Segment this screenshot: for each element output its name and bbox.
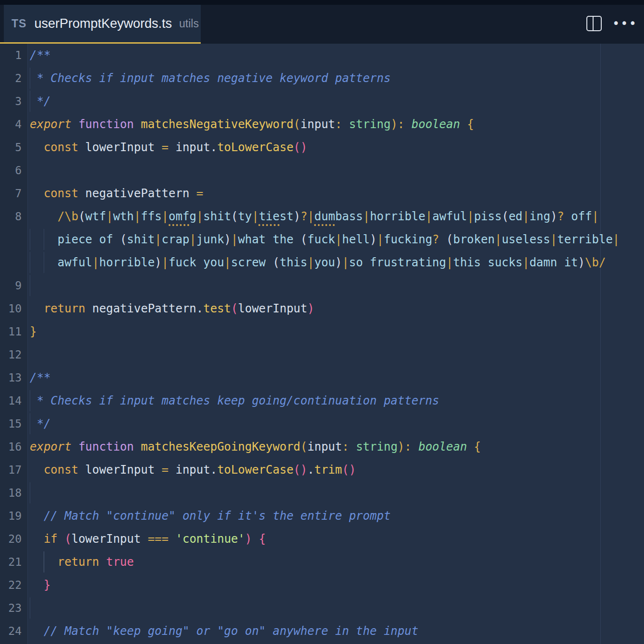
- line-number[interactable]: 22: [0, 573, 22, 596]
- code-line[interactable]: 7 const negativePattern =: [0, 182, 644, 205]
- code-token: |: [613, 233, 620, 246]
- code-token: ed: [509, 210, 522, 223]
- code-line[interactable]: 9: [0, 274, 644, 297]
- line-number[interactable]: 1: [0, 44, 22, 67]
- code-token: [30, 256, 58, 269]
- code-token: [58, 532, 64, 546]
- code-token: ): [398, 440, 404, 453]
- code-token: function: [78, 440, 134, 453]
- code-line[interactable]: 19 // Match "continue" only if it's the …: [0, 504, 644, 527]
- line-number[interactable]: 4: [0, 113, 22, 136]
- code-token: boolean: [418, 440, 467, 453]
- code-line[interactable]: 23: [0, 596, 644, 620]
- line-number[interactable]: 12: [0, 343, 22, 366]
- code-line[interactable]: 17 const lowerInput = input.toLowerCase(…: [0, 458, 644, 481]
- code-text: return negativePattern.test(lowerInput): [30, 297, 314, 320]
- code-token: ing: [530, 210, 550, 223]
- code-token: (: [120, 233, 127, 246]
- code-token: boolean: [412, 118, 460, 131]
- code-token: [30, 302, 44, 315]
- code-line[interactable]: 16export function matchesKeepGoingKeywor…: [0, 435, 644, 458]
- line-number[interactable]: 13: [0, 366, 22, 389]
- code-token: (: [502, 210, 509, 223]
- line-number[interactable]: 6: [0, 159, 22, 182]
- code-token: awful: [432, 210, 467, 223]
- code-line[interactable]: 24 // Match "keep going" or "go on" anyw…: [0, 620, 644, 643]
- code-token: this: [279, 256, 307, 269]
- code-token: awful: [58, 256, 92, 269]
- code-token: [460, 118, 467, 131]
- code-line[interactable]: 6: [0, 159, 644, 182]
- code-text: return true: [30, 550, 134, 573]
- code-line[interactable]: 21 return true: [0, 550, 644, 573]
- line-number[interactable]: 7: [0, 182, 22, 205]
- code-token: [439, 233, 446, 246]
- code-token: * Checks if input matches keep going/con…: [30, 394, 439, 407]
- code-token: |: [134, 210, 141, 223]
- line-number[interactable]: 16: [0, 435, 22, 458]
- code-token: shit: [203, 210, 231, 223]
- line-number[interactable]: 23: [0, 596, 22, 620]
- line-number[interactable]: 14: [0, 389, 22, 412]
- code-editor[interactable]: 1/**2 * Checks if input matches negative…: [0, 44, 644, 644]
- code-line[interactable]: 1/**: [0, 44, 644, 67]
- code-token: |: [155, 233, 161, 246]
- line-number[interactable]: 21: [0, 550, 22, 573]
- code-line[interactable]: 2 * Checks if input matches negative key…: [0, 67, 644, 90]
- split-editor-icon[interactable]: [586, 16, 602, 31]
- code-token: |: [592, 210, 599, 223]
- code-line[interactable]: piece of (shit|crap|junk)|what the (fuck…: [0, 228, 644, 251]
- line-number[interactable]: 18: [0, 481, 22, 504]
- indent-guide: [30, 275, 30, 296]
- code-token: [134, 440, 141, 453]
- code-line[interactable]: 8 /\b(wtf|wth|ffs|omfg|shit(ty|tiest)?|d…: [0, 205, 644, 228]
- line-number[interactable]: 20: [0, 527, 22, 550]
- code-line[interactable]: 4export function matchesNegativeKeyword(…: [0, 113, 644, 136]
- indent-guide: [30, 597, 30, 619]
- code-line[interactable]: 22 }: [0, 573, 644, 596]
- line-number[interactable]: 17: [0, 458, 22, 481]
- code-line[interactable]: awful|horrible)|fuck you|screw (this|you…: [0, 251, 644, 274]
- more-actions-icon[interactable]: •••: [612, 17, 637, 30]
- code-line[interactable]: 3 */: [0, 90, 644, 113]
- tab-userpromptkeywords[interactable]: TS userPromptKeywords.ts utils: [4, 5, 201, 42]
- code-token: [412, 440, 418, 453]
- code-token: wtf: [85, 210, 106, 223]
- code-line[interactable]: 15 */: [0, 412, 644, 435]
- typescript-file-icon: TS: [12, 17, 26, 30]
- line-number[interactable]: 3: [0, 90, 22, 113]
- code-token: |: [335, 233, 342, 246]
- window-top-strip: [0, 0, 644, 5]
- code-line[interactable]: 20 if (lowerInput === 'continue') {: [0, 527, 644, 550]
- code-line[interactable]: 18: [0, 481, 644, 504]
- code-line[interactable]: 5 const lowerInput = input.toLowerCase(): [0, 136, 644, 159]
- line-number[interactable]: 15: [0, 412, 22, 435]
- code-token: |: [377, 233, 384, 246]
- code-token: (: [273, 256, 279, 269]
- code-line[interactable]: 10 return negativePattern.test(lowerInpu…: [0, 297, 644, 320]
- code-line[interactable]: 14 * Checks if input matches keep going/…: [0, 389, 644, 412]
- line-number[interactable]: 5: [0, 136, 22, 159]
- code-token: }: [44, 578, 50, 592]
- code-token: |: [92, 256, 99, 269]
- line-number[interactable]: 10: [0, 297, 22, 320]
- line-number[interactable]: 19: [0, 504, 22, 527]
- line-number[interactable]: 11: [0, 320, 22, 343]
- line-number[interactable]: 24: [0, 620, 22, 643]
- code-token: [134, 118, 141, 131]
- code-token: =: [162, 463, 169, 477]
- line-number[interactable]: 8: [0, 205, 22, 228]
- code-token: (: [446, 233, 453, 246]
- line-number[interactable]: 2: [0, 67, 22, 90]
- code-text: // Match "continue" only if it's the ent…: [30, 504, 390, 527]
- code-line[interactable]: 12: [0, 343, 644, 366]
- code-line[interactable]: 11}: [0, 320, 644, 343]
- code-token: ): [307, 302, 314, 315]
- code-token: .: [307, 463, 314, 477]
- code-line[interactable]: 13/**: [0, 366, 644, 389]
- line-number[interactable]: 9: [0, 274, 22, 297]
- code-token: broken: [453, 233, 495, 246]
- code-token: 'continue': [175, 532, 245, 546]
- code-token: |: [231, 233, 238, 246]
- code-text: // Match "keep going" or "go on" anywher…: [30, 620, 418, 643]
